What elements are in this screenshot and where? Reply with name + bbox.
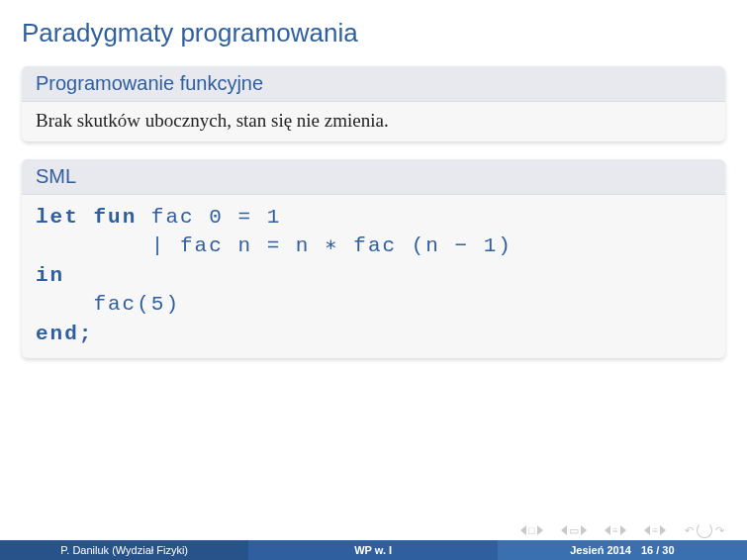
footer-author: P. Daniluk (Wydział Fizyki) bbox=[0, 540, 248, 560]
nav-first[interactable]: □ bbox=[520, 524, 543, 536]
footer-right: Jesień 2014 16 / 30 bbox=[498, 540, 747, 560]
kw-let: let bbox=[36, 206, 93, 229]
nav-prevsec[interactable]: ≡ bbox=[605, 524, 626, 536]
square-icon: □ bbox=[528, 524, 535, 536]
triangle-right-icon bbox=[537, 525, 543, 535]
code-block: let fun fac 0 = 1 | fac n = n ∗ fac (n −… bbox=[22, 195, 725, 358]
slide-title: Paradygmaty programowania bbox=[0, 0, 747, 56]
nav-prev[interactable]: ▭ bbox=[561, 524, 587, 537]
content: Programowanie funkcyjne Brak skutków ubo… bbox=[0, 56, 747, 358]
footer-course: WP w. I bbox=[248, 540, 497, 560]
slide: Paradygmaty programowania Programowanie … bbox=[0, 0, 747, 560]
kw-fun: fun bbox=[93, 206, 137, 229]
triangle-right-icon bbox=[660, 525, 666, 535]
kw-in: in bbox=[36, 264, 64, 287]
footer-term: Jesień 2014 bbox=[570, 544, 631, 556]
nav-loop[interactable]: ↶↷ bbox=[684, 522, 725, 538]
triangle-left-icon bbox=[520, 525, 526, 535]
block-func: Programowanie funkcyjne Brak skutków ubo… bbox=[22, 66, 725, 141]
code-l1c: fac 0 = 1 bbox=[137, 206, 281, 229]
code-l4: fac(5) bbox=[36, 293, 180, 316]
nav-nextsec[interactable]: ≡ bbox=[644, 524, 666, 536]
triangle-right-icon bbox=[620, 525, 626, 535]
footer-page: 16 / 30 bbox=[641, 544, 675, 556]
loop-icon bbox=[697, 522, 712, 538]
footer: P. Daniluk (Wydział Fizyki) WP w. I Jesi… bbox=[0, 540, 747, 560]
back-icon: ↶ bbox=[685, 524, 694, 537]
triangle-left-icon bbox=[561, 525, 567, 535]
nav-bar: □ ▭ ≡ ≡ ↶↷ bbox=[520, 522, 725, 538]
triangle-left-icon bbox=[644, 525, 650, 535]
block-sml-title: SML bbox=[22, 159, 725, 195]
code-l2: | fac n = n ∗ fac (n − 1) bbox=[36, 234, 513, 257]
bars-icon: ≡ bbox=[652, 524, 658, 536]
block-sml: SML let fun fac 0 = 1 | fac n = n ∗ fac … bbox=[22, 159, 725, 358]
triangle-left-icon bbox=[605, 525, 610, 535]
triangle-right-icon bbox=[581, 525, 587, 535]
block-func-body: Brak skutków ubocznych, stan się nie zmi… bbox=[22, 102, 725, 141]
block-func-title: Programowanie funkcyjne bbox=[22, 66, 725, 102]
kw-end: end; bbox=[36, 323, 93, 345]
page-icon: ▭ bbox=[569, 524, 579, 537]
fwd-icon: ↷ bbox=[715, 524, 724, 537]
bars-icon: ≡ bbox=[612, 524, 618, 536]
